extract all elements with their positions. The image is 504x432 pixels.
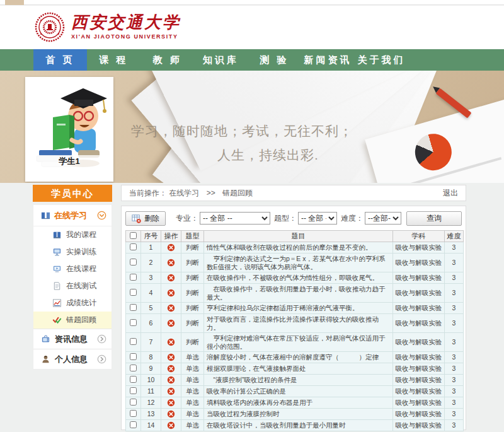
subject: 吸收与解吸实验 xyxy=(393,420,445,431)
sidebar-group[interactable]: 资讯信息 xyxy=(33,329,112,349)
table-row: 10单选 “液膜控制”吸收过程的条件是吸收与解吸实验3 xyxy=(126,375,464,386)
row-checkbox[interactable] xyxy=(130,387,137,394)
row-checkbox[interactable] xyxy=(130,304,137,311)
row-checkbox[interactable] xyxy=(130,421,137,428)
row-checkbox[interactable] xyxy=(130,399,137,406)
nav-item[interactable]: 首 页 xyxy=(33,49,87,71)
question-text[interactable]: 亨利定律对难溶气体在常压下较适应，对易溶气体仅适用于很小的范围。 xyxy=(204,333,393,352)
row-number: 12 xyxy=(141,397,161,409)
question-type: 判断 xyxy=(181,314,204,333)
row-checkbox[interactable] xyxy=(130,338,137,345)
row-delete-icon[interactable] xyxy=(167,338,175,346)
question-type: 判断 xyxy=(181,284,204,303)
sidebar-group[interactable]: 个人信息 xyxy=(33,349,112,369)
difficulty: 3 xyxy=(445,420,464,431)
row-number: 9 xyxy=(141,363,161,375)
question-type: 单选 xyxy=(181,386,204,397)
table-row: 12单选填料吸收塔内的液体再分布器是用于吸收与解吸实验3 xyxy=(126,397,464,409)
row-checkbox[interactable] xyxy=(130,365,137,371)
question-text[interactable]: 溶解度较小时，气体在液相中的溶解度遵守（ ）定律 xyxy=(204,352,393,363)
nav-item[interactable]: 关于我们 xyxy=(355,49,408,71)
row-delete-icon[interactable] xyxy=(167,243,175,252)
table-row: 8单选溶解度较小时，气体在液相中的溶解度遵守（ ）定律吸收与解吸实验3 xyxy=(126,352,464,363)
sidebar-item[interactable]: 在线测试 xyxy=(33,277,112,295)
delete-button[interactable]: 删除 xyxy=(125,211,166,226)
exit-link[interactable]: 退出 xyxy=(443,185,458,201)
sidebar-item-label: 实操训练 xyxy=(66,247,96,257)
student-illustration xyxy=(25,79,113,168)
question-text[interactable]: 在吸收操作中，不被吸收的气体为惰性组分，即吸收尾气。 xyxy=(204,272,393,284)
nav-item[interactable]: 课 程 xyxy=(87,49,140,71)
row-delete-icon[interactable] xyxy=(167,289,175,297)
query-button-label: 查询 xyxy=(427,213,442,224)
nav-item[interactable]: 新闻资讯 xyxy=(301,49,355,71)
sidebar-section-online-learning[interactable]: 在线学习 xyxy=(33,205,112,226)
sidebar-item[interactable]: 在线课程 xyxy=(33,260,112,277)
question-text[interactable]: “液膜控制”吸收过程的条件是 xyxy=(204,375,393,386)
subject: 吸收与解吸实验 xyxy=(393,303,445,314)
question-text[interactable]: 在吸收操作中，若吸收剂用量趋于最小时，吸收推动力趋于最大。 xyxy=(204,284,393,303)
sidebar-title: 学员中心 xyxy=(33,185,112,202)
question-text[interactable]: 对于吸收而言，逆流操作比并流操作课获得较大的吸收推动力。 xyxy=(204,314,393,333)
sidebar-item[interactable]: 错题回顾 xyxy=(33,312,112,329)
row-delete-icon[interactable] xyxy=(167,365,175,373)
question-text[interactable]: 亨利定律的表达式之一为p＝E x，若某气体在水中的亨利系数E值很大，说明该气体为… xyxy=(204,254,393,272)
question-text[interactable]: 在吸收塔设计中，当吸收剂用量趋于最小用量时 xyxy=(204,420,393,431)
logo-subtitle: XI'AN JIAOTONG UNIVERSITY xyxy=(71,33,181,40)
select-all-checkbox[interactable] xyxy=(130,232,137,239)
row-checkbox[interactable] xyxy=(130,319,137,326)
row-delete-icon[interactable] xyxy=(167,319,175,327)
row-checkbox[interactable] xyxy=(130,353,137,360)
filter-select-difficulty[interactable]: --全部-- xyxy=(365,212,401,225)
question-text[interactable]: 亨利定律和拉乌尔定律都适用于稀溶液的气液平衡。 xyxy=(204,303,393,314)
row-delete-icon[interactable] xyxy=(167,259,175,267)
column-header: 题型 xyxy=(181,231,204,242)
row-delete-icon[interactable] xyxy=(167,399,175,407)
nav-item[interactable]: 教 师 xyxy=(140,49,194,71)
row-delete-icon[interactable] xyxy=(167,410,175,418)
row-delete-icon[interactable] xyxy=(167,421,175,429)
row-number: 5 xyxy=(141,303,161,314)
row-delete-icon[interactable] xyxy=(167,274,175,282)
row-checkbox[interactable] xyxy=(130,376,137,383)
delete-grid-icon xyxy=(132,214,141,223)
breadcrumb-path1[interactable]: 在线学习 xyxy=(169,189,199,197)
question-text[interactable]: 根据双膜理论，在气液接触界面处 xyxy=(204,363,393,375)
breadcrumb-prefix: 当前操作： xyxy=(129,189,167,197)
row-number: 8 xyxy=(141,352,161,363)
row-delete-icon[interactable] xyxy=(167,376,175,384)
difficulty: 3 xyxy=(445,409,464,420)
sidebar-section-label: 在线学习 xyxy=(54,210,97,221)
row-delete-icon[interactable] xyxy=(167,304,175,312)
subject: 吸收与解吸实验 xyxy=(393,242,445,254)
filter-select-type[interactable]: -- 全部 -- xyxy=(298,212,337,225)
filter-label: 题型： xyxy=(274,213,297,224)
row-checkbox[interactable] xyxy=(130,274,137,281)
sidebar-item-label: 在线测试 xyxy=(66,281,96,291)
check-icon xyxy=(52,315,62,325)
question-text[interactable]: 吸收率的计算公式正确的是 xyxy=(204,386,393,397)
subject: 吸收与解吸实验 xyxy=(393,314,445,333)
nav-item[interactable]: 测 验 xyxy=(248,49,301,71)
row-delete-icon[interactable] xyxy=(167,353,175,361)
wrong-questions-panel: 删除 专业：-- 全部 --题型：-- 全部 --难度：--全部-- 查询 序号… xyxy=(121,206,466,430)
column-header: 序号 xyxy=(141,231,161,242)
row-delete-icon[interactable] xyxy=(167,387,175,395)
question-text[interactable]: 当吸收过程为液膜控制时 xyxy=(204,409,393,420)
banner-slogan-line1: 学习，随时随地；考试，无往不利； xyxy=(131,122,353,140)
sidebar: 学员中心 在线学习我的课程实操训练在线课程在线测试成绩统计错题回顾资讯信息个人信… xyxy=(33,185,112,370)
row-checkbox[interactable] xyxy=(130,243,137,250)
question-text[interactable]: 填料吸收塔内的液体再分布器是用于 xyxy=(204,397,393,409)
row-checkbox[interactable] xyxy=(130,289,137,296)
nav-item[interactable]: 知识库 xyxy=(194,49,248,71)
sidebar-item[interactable]: 成绩统计 xyxy=(33,295,112,312)
question-text[interactable]: 惰性气体和吸收剂在吸收过程的前后的摩尔量是不变的。 xyxy=(204,242,393,254)
row-checkbox[interactable] xyxy=(130,259,137,266)
query-button[interactable]: 查询 xyxy=(406,211,462,226)
question-type: 判断 xyxy=(181,254,204,272)
sidebar-item[interactable]: 实操训练 xyxy=(33,243,112,260)
filter-select-major[interactable]: -- 全部 -- xyxy=(200,212,270,225)
sidebar-item[interactable]: 我的课程 xyxy=(33,226,112,243)
main-column: 当前操作： 在线学习 >> 错题回顾 退出 删除 专业：-- 全部 --题型：-… xyxy=(121,185,466,430)
row-checkbox[interactable] xyxy=(130,410,137,417)
